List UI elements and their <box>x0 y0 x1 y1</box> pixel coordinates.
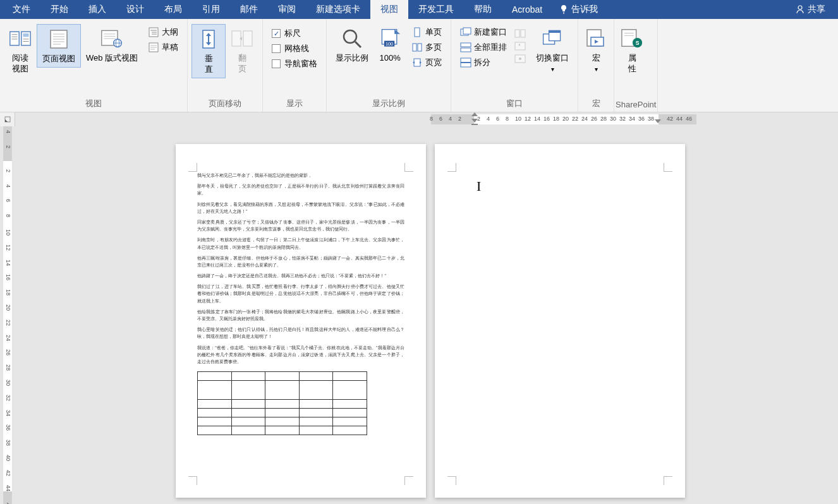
menu-file[interactable]: 文件 <box>3 0 40 19</box>
nav-pane-label: 导航窗格 <box>284 58 317 69</box>
draft-button[interactable]: 草稿 <box>145 40 181 54</box>
page-width-button[interactable]: 页宽 <box>409 56 444 69</box>
svg-rect-50 <box>521 30 525 37</box>
menu-newtab[interactable]: 新建选项卡 <box>306 0 370 19</box>
new-window-button[interactable]: 新建窗口 <box>458 25 509 39</box>
flip-label: 翻 页 <box>238 53 246 75</box>
nav-pane-checkbox[interactable]: 导航窗格 <box>269 57 320 71</box>
document-table[interactable] <box>197 371 367 435</box>
gridlines-label: 网格线 <box>284 43 309 54</box>
menu-mailings[interactable]: 邮件 <box>230 0 268 19</box>
vertical-ruler[interactable]: 4224681012141618202224262830323436384042… <box>0 126 15 504</box>
page-view-button[interactable]: 页面视图 <box>37 24 81 68</box>
page-view-icon <box>47 27 70 51</box>
page-width-label: 页宽 <box>425 57 442 68</box>
sharepoint-group: S 属 性 SharePoint <box>614 19 658 112</box>
menu-home[interactable]: 开始 <box>40 0 78 19</box>
vertical-button[interactable]: 垂 直 <box>191 24 226 78</box>
document-area[interactable]: 我与父亲不相见已二年余了，我最不能忘记的是他的背影 。那年冬天，祖母死了，父亲的… <box>15 126 838 504</box>
menu-view[interactable]: 视图 <box>370 0 408 19</box>
svg-text:100: 100 <box>386 41 393 47</box>
ruler-checkbox[interactable]: ✓ 标尺 <box>269 27 320 40</box>
svg-rect-40 <box>413 44 416 51</box>
one-page-label: 单页 <box>425 27 442 38</box>
margin-corner <box>188 476 197 485</box>
reset-position-icon <box>514 53 526 64</box>
split-button[interactable]: 拆分 <box>458 56 509 69</box>
page-width-icon <box>411 57 423 68</box>
menu-insert[interactable]: 插入 <box>78 0 116 19</box>
vertical-icon <box>197 27 220 51</box>
ribbon: 阅读 视图 页面视图 Web 版式视图 大纲 <box>0 19 838 112</box>
table-row <box>198 372 367 381</box>
menu-references[interactable]: 引用 <box>192 0 230 19</box>
one-page-button[interactable]: 单页 <box>409 25 444 39</box>
svg-point-0 <box>798 6 802 9</box>
new-window-icon <box>460 27 471 38</box>
switch-window-icon <box>541 27 564 51</box>
margin-corner <box>664 163 672 172</box>
menu-layout[interactable]: 布局 <box>154 0 192 19</box>
svg-rect-39 <box>415 28 420 37</box>
show-group: ✓ 标尺 网格线 导航窗格 显示 <box>263 19 327 112</box>
table-row <box>198 381 367 400</box>
multi-page-button[interactable]: 多页 <box>409 40 444 54</box>
draft-icon <box>148 42 159 53</box>
table-row <box>198 409 367 417</box>
sharepoint-group-label: SharePoint <box>616 99 656 112</box>
unchecked-icon <box>272 44 281 53</box>
menu-acrobat[interactable]: Acrobat <box>502 0 552 19</box>
margin-corner <box>447 476 456 485</box>
document-text[interactable]: 我与父亲不相见已二年余了，我最不能忘记的是他的背影 。那年冬天，祖母死了，父亲的… <box>197 172 404 365</box>
properties-button[interactable]: S 属 性 <box>616 24 648 77</box>
show-group-label: 显示 <box>267 97 322 112</box>
menu-design[interactable]: 设计 <box>116 0 154 19</box>
menu-developer[interactable]: 开发工具 <box>408 0 464 19</box>
outline-icon <box>148 27 159 38</box>
vertical-label: 垂 直 <box>205 54 213 75</box>
window-group-label: 窗口 <box>455 97 574 112</box>
arrange-all-label: 全部重排 <box>474 42 507 53</box>
web-view-icon <box>100 27 123 51</box>
menu-help[interactable]: 帮助 <box>464 0 502 19</box>
arrange-all-icon <box>460 42 471 53</box>
page-2: I <box>435 144 685 498</box>
magnifier-icon <box>341 27 363 51</box>
read-view-icon <box>9 27 32 51</box>
gridlines-checkbox[interactable]: 网格线 <box>269 42 320 56</box>
zoom-group-label: 显示比例 <box>331 97 447 112</box>
svg-line-35 <box>355 42 361 47</box>
split-label: 拆分 <box>474 57 490 68</box>
horizontal-ruler[interactable]: 8642246810121416182022242628303234363842… <box>0 112 838 126</box>
menu-review[interactable]: 审阅 <box>268 0 306 19</box>
outline-button[interactable]: 大纲 <box>145 25 181 39</box>
zoom-button[interactable]: 显示比例 <box>331 24 373 66</box>
switch-window-button[interactable]: 切换窗口▾ <box>531 24 574 77</box>
svg-rect-44 <box>463 28 471 34</box>
multi-page-label: 多页 <box>425 42 442 53</box>
window-group: 新建窗口 全部重排 拆分 切换窗口▾ <box>451 19 578 112</box>
share-button[interactable]: 共享 <box>785 0 835 19</box>
svg-rect-3 <box>23 33 29 37</box>
svg-point-53 <box>519 57 521 60</box>
svg-rect-1 <box>10 32 19 45</box>
hundred-label: 100% <box>379 53 400 64</box>
read-view-button[interactable]: 阅读 视图 <box>4 24 37 77</box>
table-row <box>198 400 367 409</box>
bulb-icon <box>559 4 569 15</box>
workspace: 4224681012141618202224262830323436384042… <box>0 126 838 504</box>
tell-me-label: 告诉我 <box>571 4 598 15</box>
ruler-corner[interactable] <box>0 112 15 126</box>
svg-rect-42 <box>414 59 420 66</box>
arrange-all-button[interactable]: 全部重排 <box>458 40 509 54</box>
macros-button[interactable]: 宏▾ <box>580 24 612 77</box>
properties-icon: S <box>621 27 643 51</box>
switch-window-label: 切换窗口▾ <box>536 53 569 75</box>
tell-me[interactable]: 告诉我 <box>552 0 604 19</box>
read-view-label: 阅读 视图 <box>12 53 28 75</box>
web-view-button[interactable]: Web 版式视图 <box>81 24 143 66</box>
margin-corner <box>404 163 413 172</box>
hundred-button[interactable]: 100 100% <box>373 24 406 66</box>
margin-corner <box>404 476 413 485</box>
table-row <box>198 426 367 435</box>
